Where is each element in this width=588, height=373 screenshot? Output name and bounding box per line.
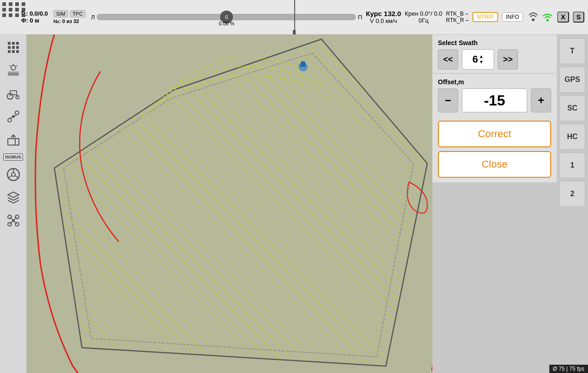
svg-line-13 [16, 65, 17, 66]
swath-up-arrow[interactable]: ▲ [479, 54, 483, 59]
svg-point-23 [8, 118, 12, 122]
svg-point-0 [532, 18, 535, 21]
wifi-icon [541, 11, 553, 23]
box-arrow-icon[interactable] [4, 130, 23, 149]
t-button[interactable]: T [559, 38, 585, 64]
close-button-panel[interactable]: Close [438, 151, 551, 178]
svg-point-24 [15, 111, 19, 115]
svg-rect-6 [12, 46, 15, 49]
swath-area: Select Swath << 6 ▲ ▼ >> [432, 35, 557, 74]
close-button[interactable]: X [557, 12, 569, 23]
svg-point-11 [11, 65, 16, 70]
fps-bar: Ø 75 | 75 fps [549, 365, 588, 373]
info-button[interactable]: INFO [502, 12, 524, 22]
slider-right-label: П [358, 14, 362, 21]
sun-field-icon[interactable] [4, 61, 23, 80]
rtk-b: RTK_В – [446, 11, 469, 17]
svg-line-14 [10, 65, 11, 66]
svg-rect-7 [16, 46, 19, 49]
swath-next-button[interactable]: >> [498, 49, 518, 70]
svg-rect-10 [16, 50, 19, 53]
2-button[interactable]: 2 [559, 181, 585, 207]
sidebar: ISOBUS [0, 35, 27, 373]
rtk-block: RTK_В – RTK_R – [446, 11, 469, 23]
svg-rect-15 [8, 71, 19, 76]
slider-track[interactable]: 0 [97, 14, 356, 20]
kren-block: Крен 0.0°/ 0.0 0Гц [405, 10, 442, 24]
center-indicator [294, 0, 295, 35]
hc-button[interactable]: HC [559, 124, 585, 150]
sc-button[interactable]: SC [559, 95, 585, 121]
swath-down-arrow[interactable]: ▼ [479, 59, 483, 65]
course-value: Курс 132.0 [366, 10, 402, 17]
slider-pct: 0.00 % [219, 21, 234, 26]
svg-point-1 [547, 19, 549, 22]
svg-rect-28 [8, 139, 15, 145]
speed-value: V 0.0 км/ч [366, 17, 402, 24]
offset-minus-button[interactable]: − [438, 88, 458, 112]
swath-value-box[interactable]: 6 ▲ ▼ [462, 49, 494, 70]
track-value: №: 0 из 32 [53, 18, 86, 24]
antenna-icon [527, 11, 540, 23]
phi-value: Φ: 0 м [21, 17, 39, 24]
svg-point-31 [12, 173, 15, 176]
rtk-r: RTK_R – [446, 17, 469, 23]
sim-badge[interactable]: SIM [53, 10, 68, 17]
steering-slider[interactable]: Л 0 П 0.00 % [91, 8, 362, 26]
swath-prev-button[interactable]: << [438, 49, 458, 70]
svg-rect-2 [8, 42, 11, 45]
svg-line-34 [15, 176, 18, 178]
gps-button[interactable]: GPS [559, 67, 585, 93]
svg-rect-5 [8, 46, 11, 49]
layers-icon[interactable] [4, 188, 23, 207]
svg-rect-3 [12, 42, 15, 45]
menu-icon[interactable] [4, 38, 23, 57]
right-panel: Select Swath << 6 ▲ ▼ >> Offset,m − -15 … [432, 35, 557, 373]
offset-area: Offset,m − -15 + [432, 74, 557, 116]
right-column: T GPS SC HC 1 2 [557, 35, 588, 373]
slider-left-label: Л [91, 14, 95, 21]
signal-area [527, 11, 553, 23]
kren-value: Крен 0.0°/ 0.0 [405, 10, 442, 17]
course-block: Курс 132.0 V 0.0 км/ч [366, 10, 402, 24]
map-area[interactable] [27, 35, 464, 373]
svg-rect-9 [12, 50, 15, 53]
isobus-button[interactable]: ISOBUS [3, 153, 23, 161]
action-area: Correct Close [432, 116, 557, 182]
swath-label: Select Swath [438, 39, 551, 47]
grid-dots [2, 2, 26, 17]
svg-marker-47 [300, 61, 306, 67]
s-button[interactable]: S [573, 12, 584, 23]
offset-plus-button[interactable]: + [531, 88, 551, 112]
svg-point-41 [12, 219, 15, 222]
offset-label: Offset,m [438, 78, 551, 86]
offset-value: -15 [462, 88, 527, 112]
ntrip-button[interactable]: NTRIP [472, 12, 498, 22]
route-icon[interactable] [4, 107, 23, 126]
svg-line-33 [8, 176, 12, 178]
tractor-icon[interactable] [4, 84, 23, 103]
swath-value: 6 [472, 53, 478, 65]
1-button[interactable]: 1 [559, 152, 585, 178]
tpc-badge[interactable]: TPC [70, 10, 86, 17]
svg-rect-4 [16, 42, 19, 45]
freq-value: 0Гц [405, 17, 442, 24]
center-dot [293, 30, 296, 35]
svg-rect-8 [8, 50, 11, 53]
steering-icon[interactable] [4, 165, 23, 184]
svg-line-22 [17, 95, 17, 97]
drone-icon[interactable] [4, 211, 23, 230]
correct-button[interactable]: Correct [438, 121, 551, 147]
